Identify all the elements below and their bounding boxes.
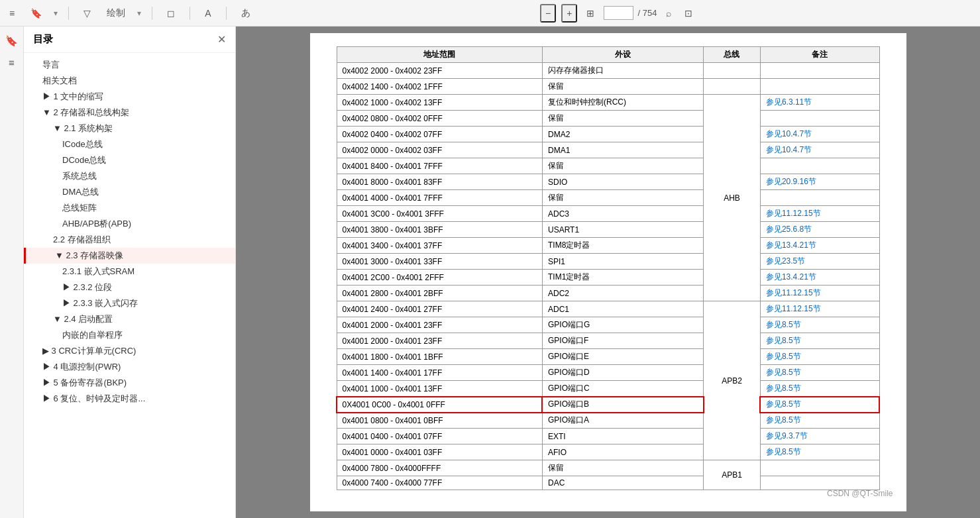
cell-note: 参见8.5节: [760, 397, 879, 413]
sidebar-title: 目录: [33, 33, 53, 46]
draw-button[interactable]: 绘制: [103, 5, 129, 22]
toc-item-2-2[interactable]: 2.2 存储器组织: [24, 232, 235, 248]
toc-item-ch6[interactable]: ▶ 6 复位、时钟及定时器...: [24, 391, 235, 407]
menu-icon[interactable]: ≡: [5, 5, 19, 21]
cell-addr: 0x4001 2400 - 0x4001 27FF: [337, 301, 542, 317]
toc-item-bootloader[interactable]: 内嵌的自举程序: [24, 327, 235, 343]
toc-item-ch5[interactable]: ▶ 5 备份寄存器(BKP): [24, 375, 235, 391]
filter-icon[interactable]: ▽: [80, 5, 95, 21]
cell-note: 参见8.5节: [760, 317, 879, 333]
zoom-in-button[interactable]: +: [561, 4, 577, 23]
cell-addr: 0x4001 1400 - 0x4001 17FF: [337, 365, 542, 381]
cell-note: 参见9.3.7节: [760, 429, 879, 444]
cell-note: 参见8.5节: [760, 365, 879, 381]
left-icon-toc[interactable]: ≡: [3, 53, 21, 72]
cell-note: 参见25.6.8节: [760, 222, 879, 238]
cell-addr: 0x4001 3800 - 0x4001 3BFF: [337, 222, 542, 238]
layout-icon[interactable]: ⊡: [681, 5, 696, 21]
memory-map-table: 地址范围 外设 总线 备注 0x4002 2000 - 0x4002 23FF闪…: [337, 46, 880, 490]
cell-note: [760, 63, 879, 79]
toc-item-2-3[interactable]: ▼ 2.3 存储器映像: [24, 248, 235, 264]
cell-addr: 0x4002 2000 - 0x4002 23FF: [337, 63, 542, 79]
toc-item-dcode[interactable]: DCode总线: [24, 152, 235, 168]
toc-item-ch3[interactable]: ▶ 3 CRC计算单元(CRC): [24, 343, 235, 359]
toc-item-icode[interactable]: ICode总线: [24, 136, 235, 152]
cell-addr: 0x4001 1000 - 0x4001 13FF: [337, 381, 542, 397]
cell-addr: 0x4001 2C00 - 0x4001 2FFF: [337, 270, 542, 285]
cell-note: 参见8.5节: [760, 349, 879, 365]
col-periph: 外设: [542, 47, 703, 63]
cell-note: 参见10.4.7节: [760, 142, 879, 158]
cell-note: 参见20.9.16节: [760, 174, 879, 190]
fit-icon[interactable]: ⊞: [582, 5, 598, 21]
cell-bus: [704, 63, 761, 79]
table-row: 0x4001 3C00 - 0x4001 3FFFADC3参见11.12.15节: [337, 206, 879, 222]
cell-addr: 0x4001 8400 - 0x4001 7FFF: [337, 158, 542, 174]
cell-bus: APB2: [704, 301, 761, 460]
table-row: 0x4002 0400 - 0x4002 07FFDMA2参见10.4.7节: [337, 127, 879, 142]
cell-addr: 0x4001 3000 - 0x4001 33FF: [337, 254, 542, 270]
toc-item-sys-bus[interactable]: 系统总线: [24, 168, 235, 184]
cell-note: 参见23.5节: [760, 254, 879, 270]
cell-note: 参见13.4.21节: [760, 238, 879, 254]
cell-note: 参见8.5节: [760, 444, 879, 460]
text-icon[interactable]: A: [201, 5, 215, 21]
left-icon-bookmark[interactable]: 🔖: [3, 32, 21, 50]
table-row: 0x4001 2C00 - 0x4001 2FFFTIM1定时器参见13.4.2…: [337, 270, 879, 285]
sep4: [226, 7, 227, 20]
table-row: 0x4001 2000 - 0x4001 23FFGPIO端口F参见8.5节: [337, 333, 879, 349]
cell-addr: 0x4001 0400 - 0x4001 07FF: [337, 429, 542, 444]
col-note: 备注: [760, 47, 879, 63]
table-row: 0x4001 3400 - 0x4001 37FFTIM8定时器参见13.4.2…: [337, 238, 879, 254]
page-number-input[interactable]: 28: [604, 6, 633, 20]
draw-dropdown[interactable]: ▾: [137, 9, 141, 18]
cell-note: 参见11.12.15节: [760, 301, 879, 317]
cell-note: [760, 476, 879, 490]
toc-item-ch4[interactable]: ▶ 4 电源控制(PWR): [24, 359, 235, 375]
cell-addr: 0x4002 1400 - 0x4002 1FFF: [337, 79, 542, 95]
cell-addr: 0x4001 0000 - 0x4001 03FF: [337, 444, 542, 460]
toc-item-ahb-apb[interactable]: AHB/APB桥(APB): [24, 216, 235, 232]
toc-item-ch2[interactable]: ▼ 2 存储器和总线构架: [24, 105, 235, 121]
cell-periph: 保留: [542, 460, 703, 476]
toc-item-docs[interactable]: 相关文档: [24, 73, 235, 89]
toc-item-2-3-2[interactable]: ▶ 2.3.2 位段: [24, 280, 235, 295]
table-row: 0x4001 0400 - 0x4001 07FFEXTI参见9.3.7节: [337, 429, 879, 444]
cell-periph: 复位和时钟控制(RCC): [542, 95, 703, 111]
toc-item-bus-matrix[interactable]: 总线矩阵: [24, 200, 235, 216]
bookmark-dropdown[interactable]: ▾: [54, 9, 58, 18]
sidebar-close-button[interactable]: ✕: [217, 34, 226, 45]
bookmark-icon[interactable]: 🔖: [27, 5, 46, 21]
pdf-page: 地址范围 外设 总线 备注 0x4002 2000 - 0x4002 23FF闪…: [310, 33, 906, 511]
sep2: [152, 7, 152, 20]
cell-periph: GPIO端口D: [542, 365, 703, 381]
table-row: 0x4001 0800 - 0x4001 0BFFGPIO端口A参见8.5节: [337, 413, 879, 429]
toc-item-2-1[interactable]: ▼ 2.1 系统构架: [24, 121, 235, 136]
zoom-out-button[interactable]: −: [540, 4, 556, 23]
table-row: 0x4001 2000 - 0x4001 23FFGPIO端口G参见8.5节: [337, 317, 879, 333]
toc-item-2-3-1[interactable]: 2.3.1 嵌入式SRAM: [24, 264, 235, 280]
toc-item-intro[interactable]: 导言: [24, 57, 235, 73]
cell-periph: SDIO: [542, 174, 703, 190]
cell-periph: 保留: [542, 190, 703, 206]
lang-icon[interactable]: あ: [237, 5, 254, 22]
table-row: 0x4001 0000 - 0x4001 03FFAFIO参见8.5节: [337, 444, 879, 460]
toc-item-2-4[interactable]: ▼ 2.4 启动配置: [24, 311, 235, 327]
erase-icon[interactable]: ◻: [163, 5, 179, 21]
cell-addr: 0x4002 0000 - 0x4002 03FF: [337, 142, 542, 158]
cell-note: 参见8.5节: [760, 381, 879, 397]
table-row: 0X4001 0C00 - 0x4001 0FFFGPIO端口B参见8.5节: [337, 397, 879, 413]
toc-item-dma-bus[interactable]: DMA总线: [24, 184, 235, 200]
cell-periph: USART1: [542, 222, 703, 238]
cell-addr: 0x4001 3400 - 0x4001 37FF: [337, 238, 542, 254]
cell-note: 参见11.12.15节: [760, 285, 879, 301]
cell-periph: ADC1: [542, 301, 703, 317]
table-row: 0x4001 4000 - 0x4001 7FFF保留: [337, 190, 879, 206]
page-total: / 754: [637, 8, 657, 18]
cell-addr: 0x4000 7400 - 0x4000 77FF: [337, 476, 542, 490]
pdf-area[interactable]: 地址范围 外设 总线 备注 0x4002 2000 - 0x4002 23FF闪…: [236, 26, 980, 518]
toc-item-abbr[interactable]: ▶ 1 文中的缩写: [24, 89, 235, 105]
cell-periph: DAC: [542, 476, 703, 490]
toc-item-2-3-3[interactable]: ▶ 2.3.3 嵌入式闪存: [24, 295, 235, 311]
search-icon[interactable]: ⌕: [662, 5, 675, 21]
